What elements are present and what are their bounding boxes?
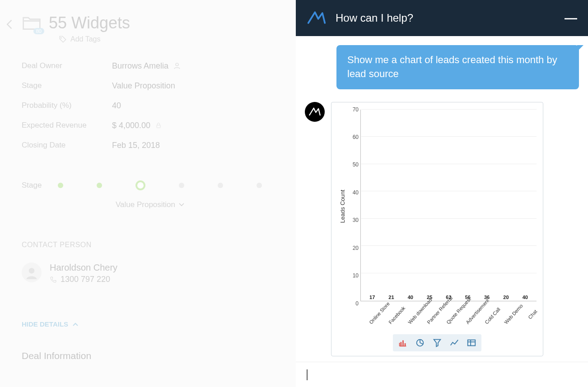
back-icon[interactable] bbox=[4, 18, 17, 32]
y-tick: 40 bbox=[353, 189, 359, 196]
y-tick: 50 bbox=[353, 161, 359, 168]
bar-value-label: 17 bbox=[369, 295, 375, 300]
add-tags-button[interactable]: Add Tags bbox=[59, 35, 278, 43]
bar-value-label: 40 bbox=[523, 295, 528, 300]
probability-value: 40 bbox=[112, 101, 121, 111]
stage-progress-label: Stage bbox=[22, 181, 47, 190]
svg-rect-5 bbox=[405, 343, 406, 346]
contact-heading: CONTACT PERSON bbox=[22, 241, 278, 249]
svg-rect-4 bbox=[402, 340, 404, 346]
zia-logo-icon bbox=[307, 10, 327, 26]
probability-label: Probability (%) bbox=[22, 101, 112, 110]
stage-dot[interactable] bbox=[257, 183, 262, 188]
stage-dot[interactable] bbox=[218, 183, 223, 188]
y-tick: 0 bbox=[355, 300, 359, 307]
chevron-up-icon bbox=[73, 322, 78, 326]
svg-rect-3 bbox=[401, 342, 402, 346]
y-tick: 10 bbox=[353, 272, 359, 279]
funnel-icon[interactable] bbox=[429, 336, 445, 350]
y-tick: 20 bbox=[353, 245, 359, 251]
chat-input[interactable] bbox=[296, 362, 588, 387]
chevron-down-icon bbox=[179, 203, 184, 207]
minimize-icon[interactable]: — bbox=[565, 11, 577, 25]
bar-value-label: 40 bbox=[408, 295, 413, 300]
chat-title: How can I help? bbox=[336, 12, 413, 24]
zia-avatar bbox=[305, 102, 325, 122]
closing-value: Feb 15, 2018 bbox=[112, 141, 160, 150]
user-message-bubble: Show me a chart of leads created this mo… bbox=[336, 45, 579, 89]
chart-card: Leads Count 010203040506070 172140256256… bbox=[331, 102, 543, 356]
stage-value: Value Proposition bbox=[112, 81, 175, 91]
phone-icon bbox=[50, 276, 57, 283]
y-tick: 70 bbox=[353, 106, 359, 113]
svg-point-0 bbox=[176, 63, 178, 66]
add-tags-label: Add Tags bbox=[70, 35, 100, 43]
bar-value-label: 21 bbox=[388, 295, 394, 300]
bar-value-label: 20 bbox=[503, 295, 509, 300]
folder-icon: 80 bbox=[22, 14, 42, 32]
stage-label: Stage bbox=[22, 81, 112, 90]
contact-phone[interactable]: 1300 797 220 bbox=[50, 275, 117, 284]
stage-dot[interactable] bbox=[58, 183, 63, 188]
deal-owner-value: Burrows Amelia bbox=[112, 61, 168, 71]
svg-rect-7 bbox=[468, 340, 476, 346]
svg-rect-1 bbox=[157, 125, 160, 128]
page-title: 55 Widgets bbox=[49, 14, 130, 32]
y-tick: 60 bbox=[353, 134, 359, 140]
text-cursor bbox=[307, 369, 308, 380]
contact-name[interactable]: Haroldson Chery bbox=[50, 263, 117, 273]
avatar bbox=[22, 263, 42, 282]
stage-dropdown[interactable]: Value Proposition bbox=[116, 200, 278, 209]
deal-information-heading: Deal Information bbox=[22, 350, 278, 361]
hide-details-button[interactable]: HIDE DETAILS bbox=[22, 320, 278, 328]
y-tick: 30 bbox=[353, 217, 359, 223]
svg-point-2 bbox=[29, 268, 35, 274]
lock-icon bbox=[155, 122, 162, 129]
y-axis-label: Leads Count bbox=[340, 190, 346, 223]
revenue-value: $ 4,000.00 bbox=[112, 121, 150, 130]
stage-dot-active[interactable] bbox=[135, 180, 145, 190]
stage-dropdown-label: Value Proposition bbox=[116, 200, 175, 209]
stage-dot[interactable] bbox=[97, 183, 102, 188]
folder-badge: 80 bbox=[33, 28, 44, 34]
chat-header: How can I help? — bbox=[296, 0, 588, 36]
closing-label: Closing Date bbox=[22, 141, 112, 150]
deal-owner-label: Deal Owner bbox=[22, 61, 112, 70]
stage-progress-track[interactable] bbox=[58, 180, 262, 190]
contact-phone-value: 1300 797 220 bbox=[61, 275, 110, 284]
user-message-text: Show me a chart of leads created this mo… bbox=[347, 54, 557, 79]
hide-details-label: HIDE DETAILS bbox=[22, 320, 68, 328]
stage-dot[interactable] bbox=[179, 183, 184, 188]
revenue-label: Expected Revenue bbox=[22, 121, 112, 130]
person-icon bbox=[173, 62, 181, 70]
